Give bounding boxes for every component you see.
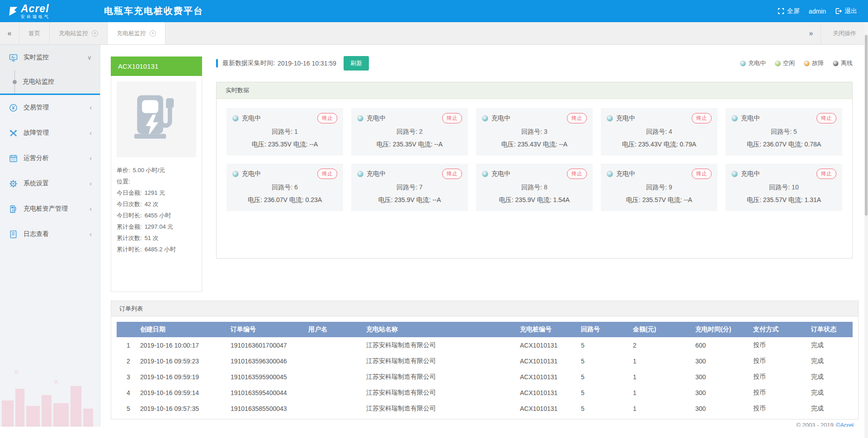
sidebar-item-system-settings[interactable]: 系统设置‹ [0, 171, 100, 196]
order-cell: 5 [579, 400, 631, 416]
orders-col-4: 充电桩编号 [518, 322, 579, 337]
order-cell: ACX1010131 [518, 337, 579, 353]
chevron-left-icon: ‹ [90, 205, 92, 212]
collect-time-value: 2019-10-16 10:31:59 [278, 60, 336, 67]
stop-button[interactable]: 终止 [317, 113, 337, 123]
card-loop-number: 回路号: 8 [482, 184, 587, 192]
sidebar-item-pile-asset-mgmt[interactable]: 充电桩资产管理‹ [0, 196, 100, 221]
idle-orb-icon [775, 61, 781, 66]
device-stats: 单价:5.00 小时/元位置:今日金额:1291 元今日次数:42 次今日时长:… [117, 165, 196, 255]
stop-button[interactable]: 终止 [317, 169, 337, 179]
scrollbar-thumb[interactable] [865, 35, 868, 216]
refresh-button[interactable]: 刷新 [344, 56, 369, 71]
logout-button[interactable]: 退出 [835, 7, 857, 15]
sidebar-item-transaction-mgmt[interactable]: 交易管理‹ [0, 95, 100, 120]
log-icon [9, 230, 18, 239]
card-measurements: 电压: 235.35V 电流: --A [357, 141, 462, 149]
table-row[interactable]: 52019-10-16 09:57:351910163585500043江苏安科… [117, 400, 853, 416]
chevron-left-icon: ‹ [90, 104, 92, 111]
chevron-left-icon: ‹ [90, 155, 92, 162]
tab-home[interactable]: 首页 [19, 22, 50, 44]
stop-button[interactable]: 终止 [567, 113, 587, 123]
stop-button[interactable]: 终止 [442, 113, 462, 123]
stop-button[interactable]: 终止 [816, 113, 836, 123]
realtime-section-title: 实时数据 [217, 82, 852, 99]
card-loop-number: 回路号: 2 [357, 128, 462, 136]
charging-card: 充电中终止回路号: 10电压: 235.57V 电流: 1.31A [726, 164, 842, 211]
sidebar-item-realtime-monitor[interactable]: 实时监控∨ [0, 45, 100, 70]
stop-button[interactable]: 终止 [442, 169, 462, 179]
status-legend: 充电中空闲故障离线 [731, 59, 853, 67]
sidebar-group-operation-analysis: 运营分析‹ [0, 146, 100, 171]
table-row[interactable]: 22019-10-16 09:59:231910163596300046江苏安科… [117, 353, 853, 369]
order-cell: 1910163595400044 [229, 385, 307, 400]
monitor-icon [9, 53, 18, 62]
double-chevron-right-icon: » [809, 29, 813, 38]
chevron-down-icon: ∨ [87, 54, 92, 61]
legend-fault: 故障 [804, 59, 824, 67]
orders-table-head-row: 创建日期订单编号用户名充电站名称充电桩编号回路号金额(元)充电时间(分)支付方式… [117, 322, 853, 337]
card-status-label: 充电中 [616, 114, 635, 122]
collect-time-label: 最新数据采集时间: [222, 59, 275, 67]
fault-orb-icon [804, 61, 810, 66]
legend-label: 离线 [841, 59, 853, 67]
close-operations-button[interactable]: 关闭操作 [821, 22, 868, 44]
sidebar-group-fault-mgmt: 故障管理‹ [0, 120, 100, 146]
card-status-label: 充电中 [741, 114, 760, 122]
fullscreen-button[interactable]: 全屏 [778, 7, 800, 15]
orders-table-body: 12019-10-16 10:00:171910163601700047江苏安科… [117, 337, 853, 416]
card-loop-number: 回路号: 1 [232, 128, 337, 136]
device-id-header: ACX1010131 [111, 57, 202, 76]
orders-table: 创建日期订单编号用户名充电站名称充电桩编号回路号金额(元)充电时间(分)支付方式… [117, 322, 853, 416]
legend-label: 故障 [812, 59, 824, 67]
table-row[interactable]: 12019-10-16 10:00:171910163601700047江苏安科… [117, 337, 853, 353]
order-cell: 完成 [809, 337, 853, 353]
orders-col-5: 回路号 [579, 322, 631, 337]
legend-charging: 充电中 [740, 59, 766, 67]
order-cell: 1910163596300046 [229, 353, 307, 369]
tabs-scroll-right-button[interactable]: » [802, 22, 821, 44]
charging-orb-icon [232, 171, 239, 177]
table-row[interactable]: 42019-10-16 09:59:141910163595400044江苏安科… [117, 385, 853, 400]
card-status-label: 充电中 [367, 114, 386, 122]
stop-button[interactable]: 终止 [692, 169, 712, 179]
charging-card: 充电中终止回路号: 5电压: 236.07V 电流: 0.78A [726, 108, 842, 155]
user-menu[interactable]: admin [809, 8, 826, 15]
tab-pile-monitor[interactable]: 充电桩监控× [108, 22, 165, 44]
card-loop-number: 回路号: 6 [232, 184, 337, 192]
page-scrollbar[interactable] [864, 22, 868, 438]
stop-button[interactable]: 终止 [692, 113, 712, 123]
top-header: Acrel 安科瑞电气 电瓶车充电桩收费平台 全屏 admin 退出 [0, 0, 868, 22]
stop-button[interactable]: 终止 [816, 169, 836, 179]
order-cell: ACX1010131 [518, 369, 579, 385]
username-label: admin [809, 8, 826, 15]
card-measurements: 电压: 235.57V 电流: --A [607, 196, 712, 204]
tab-label: 充电站监控 [59, 29, 88, 38]
tab-close-icon[interactable]: × [150, 30, 156, 37]
order-cell: 1 [631, 369, 693, 385]
stop-button[interactable]: 终止 [567, 169, 587, 179]
order-cell: 投币 [751, 400, 809, 416]
card-status-label: 充电中 [491, 114, 510, 122]
sidebar-subitem-station-monitor[interactable]: 充电站监控 [0, 70, 100, 94]
tab-close-icon[interactable]: × [92, 30, 98, 37]
order-cell: ACX1010131 [518, 400, 579, 416]
card-measurements: 电压: 235.9V 电流: --A [357, 196, 462, 204]
order-cell: 5 [579, 385, 631, 400]
device-stat: 单价:5.00 小时/元 [117, 165, 196, 176]
tab-station-monitor[interactable]: 充电站监控× [50, 22, 108, 44]
charging-card: 充电中终止回路号: 6电压: 236.07V 电流: 0.23A [226, 164, 343, 211]
tabs-scroll-left-button[interactable]: « [0, 22, 19, 44]
order-cell: 1910163585500043 [229, 400, 307, 416]
sidebar-item-label: 实时监控 [24, 53, 49, 61]
stat-label: 位置: [117, 178, 130, 185]
sidebar-item-operation-analysis[interactable]: 运营分析‹ [0, 146, 100, 171]
card-loop-number: 回路号: 3 [482, 128, 587, 136]
calendar-icon [9, 154, 18, 163]
card-loop-number: 回路号: 4 [607, 128, 712, 136]
table-row[interactable]: 32019-10-16 09:59:191910163595900045江苏安科… [117, 369, 853, 385]
sidebar-item-fault-mgmt[interactable]: 故障管理‹ [0, 120, 100, 146]
sidebar-item-log-view[interactable]: 日志查看‹ [0, 221, 100, 247]
order-cell: 投币 [751, 385, 809, 400]
footer-brand-link[interactable]: ©Acrel [836, 422, 854, 427]
